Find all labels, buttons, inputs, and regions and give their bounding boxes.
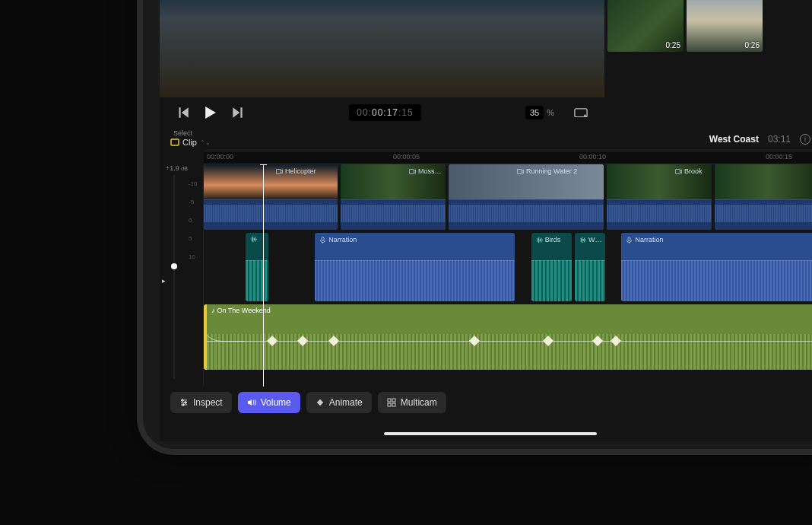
svg-point-10 xyxy=(185,402,187,404)
audio-meter: +1.9 dB ▸ -10-50510 xyxy=(160,164,204,387)
ruler-tick: 00:00:15 xyxy=(766,153,792,161)
svg-rect-7 xyxy=(322,237,324,240)
audio-clip[interactable]: Narration xyxy=(315,233,515,301)
svg-point-9 xyxy=(182,399,184,402)
sliders-icon xyxy=(179,398,189,407)
home-indicator[interactable] xyxy=(384,432,597,435)
svg-rect-13 xyxy=(388,399,391,402)
video-clip[interactable]: Running Water 2 xyxy=(449,164,604,230)
svg-rect-15 xyxy=(388,403,391,406)
svg-rect-12 xyxy=(316,399,322,406)
video-clip[interactable]: Helicopter xyxy=(204,164,338,230)
clip-icon xyxy=(170,138,179,147)
music-clip[interactable]: ♪On The Weekend xyxy=(204,304,812,370)
clip-duration: 0:25 xyxy=(666,41,680,49)
camera-icon xyxy=(675,168,682,175)
svg-rect-2 xyxy=(171,139,179,145)
grid-icon xyxy=(387,398,396,407)
viewer-canvas[interactable] xyxy=(160,0,604,97)
zoom-control[interactable]: 35 % xyxy=(525,106,554,119)
mic-icon xyxy=(626,237,633,243)
camera-icon xyxy=(409,168,416,175)
ruler-tick: 00:00:10 xyxy=(579,153,606,161)
timecode-display[interactable]: 00:00:17:15 xyxy=(349,104,420,121)
select-mode-clip[interactable]: Clip ⌃⌄ xyxy=(170,138,211,147)
timeline-tracks[interactable]: HelicopterMoss…Running Water 2Brook Narr… xyxy=(204,164,812,387)
timeline-ruler[interactable]: 00:00:0000:00:0500:00:1000:00:15 xyxy=(204,151,812,164)
project-title: West Coast xyxy=(709,134,759,145)
media-thumb[interactable]: 0:26 xyxy=(687,0,763,52)
waveform-icon xyxy=(536,237,543,243)
viewer-toolbar: 00:00:17:15 35 % xyxy=(160,97,604,128)
svg-rect-16 xyxy=(392,403,395,406)
animate-button[interactable]: Animate xyxy=(306,392,372,413)
music-note-icon: ♪ xyxy=(211,307,215,314)
svg-rect-14 xyxy=(392,399,395,402)
prev-frame-button[interactable] xyxy=(176,106,190,119)
clip-duration: 0:26 xyxy=(745,41,760,49)
svg-rect-4 xyxy=(409,169,414,173)
audio-clip[interactable]: W… xyxy=(575,233,605,301)
video-clip[interactable]: Moss… xyxy=(341,164,446,230)
waveform-icon xyxy=(579,237,586,243)
audio-clip[interactable]: Birds xyxy=(531,233,572,301)
project-header: Select Clip ⌃⌄ West Coast 03:11 i xyxy=(160,128,812,151)
camera-icon xyxy=(517,168,524,175)
volume-button[interactable]: Volume xyxy=(238,392,300,413)
inspect-button[interactable]: Inspect xyxy=(170,392,232,413)
camera-icon xyxy=(276,168,283,175)
view-options-button[interactable] xyxy=(574,106,588,119)
ruler-tick: 00:00:00 xyxy=(207,153,233,161)
video-clip[interactable]: Brook xyxy=(607,164,712,230)
waveform-icon xyxy=(250,236,257,243)
multicam-button[interactable]: Multicam xyxy=(378,392,446,413)
audio-clip[interactable] xyxy=(246,233,268,301)
select-label: Select xyxy=(173,129,192,137)
audio-clip[interactable]: Narration xyxy=(621,233,812,301)
svg-rect-6 xyxy=(675,169,680,173)
ruler-tick: 00:00:05 xyxy=(393,153,420,161)
keyframe-icon xyxy=(316,398,325,407)
svg-rect-3 xyxy=(276,169,281,173)
info-button[interactable]: i xyxy=(800,134,810,145)
media-thumb[interactable]: 0:25 xyxy=(607,0,684,52)
playhead[interactable] xyxy=(263,164,264,387)
video-clip[interactable] xyxy=(715,164,812,230)
svg-point-11 xyxy=(182,404,185,406)
project-duration: 03:11 xyxy=(768,134,791,145)
svg-rect-5 xyxy=(517,169,522,173)
media-browser: 0:240:070:250:26 xyxy=(604,0,812,128)
svg-point-1 xyxy=(584,114,586,116)
play-button[interactable] xyxy=(204,106,217,119)
bottom-toolbar: Inspect Volume Animate Multicam xyxy=(160,387,812,418)
svg-rect-8 xyxy=(628,237,630,240)
mic-icon xyxy=(319,237,326,243)
speaker-icon xyxy=(247,398,256,407)
next-frame-button[interactable] xyxy=(231,106,245,119)
